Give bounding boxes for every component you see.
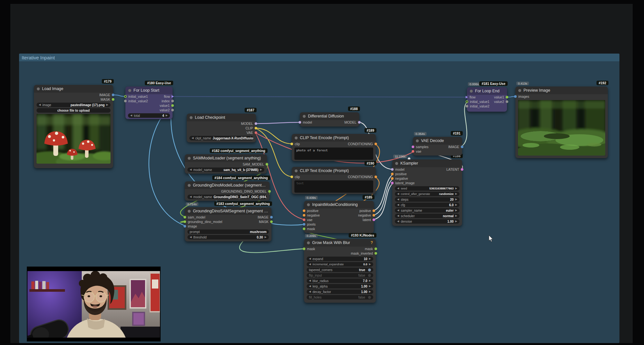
input-port-icon[interactable] [514, 95, 517, 98]
increment-arrow-icon[interactable]: ▶ [369, 263, 371, 266]
output-port-icon[interactable] [255, 131, 257, 134]
output-port-icon[interactable] [171, 104, 174, 107]
output-SAM_MODEL[interactable]: SAM_MODEL [243, 162, 268, 166]
node-title-bar[interactable]: Load Image [34, 85, 113, 93]
output-IMAGE[interactable]: IMAGE [99, 93, 114, 97]
node-title-bar[interactable]: For Loop Start [125, 86, 173, 94]
node-title-bar[interactable]: GroundingDinoSAMSegment (segment anythin… [185, 207, 271, 215]
input-initial_value1[interactable]: initial_value1 [466, 100, 490, 104]
output-MODEL[interactable]: MODEL [344, 120, 361, 124]
output-index[interactable]: index [162, 99, 174, 103]
output-positive[interactable]: positive [359, 209, 375, 213]
input-mask[interactable]: mask [303, 227, 315, 231]
output-port-icon[interactable] [506, 96, 508, 98]
collapse-dot-icon[interactable] [303, 115, 306, 118]
input-port-icon[interactable] [124, 95, 127, 98]
output-VAE[interactable]: VAE [247, 131, 257, 135]
output-port-icon[interactable] [255, 122, 257, 125]
input-port-icon[interactable] [303, 248, 305, 250]
group-header[interactable]: Iterative Inpaint [19, 54, 619, 61]
output-LATENT[interactable]: LATENT [447, 167, 463, 171]
output-port-icon[interactable] [172, 95, 174, 98]
collapse-dot-icon[interactable] [188, 157, 191, 160]
widget-incremental_expandrate[interactable]: ◀incremental_expandrate0.0▶ [307, 262, 373, 267]
output-IMAGE[interactable]: IMAGE [258, 215, 273, 219]
widget-model_name[interactable]: ◀model_nameGroundingDINO_SwinT_OGC (694.… [187, 195, 267, 199]
widget-lerp_alpha[interactable]: ◀lerp_alpha1.00▶ [307, 284, 373, 289]
input-port-icon[interactable] [303, 223, 305, 226]
input-port-icon[interactable] [391, 168, 394, 171]
comfyui-canvas[interactable]: Iterative Inpaint #179Load ImageIMAGEMAS… [0, 0, 644, 345]
output-value2[interactable]: value2 [494, 100, 508, 104]
node-title-bar[interactable]: Preview Image [515, 86, 608, 94]
widget-threshold[interactable]: ◀threshold0.30▶ [187, 235, 269, 239]
increment-arrow-icon[interactable]: ▶ [455, 198, 457, 201]
collapse-dot-icon[interactable] [295, 137, 298, 139]
input-port-icon[interactable] [303, 218, 305, 221]
increment-arrow-icon[interactable]: ▶ [265, 236, 267, 238]
output-port-icon[interactable] [375, 248, 377, 250]
collapse-dot-icon[interactable] [470, 90, 473, 93]
node-grounding-dino-sam-segment[interactable]: 0.724s#183 comfyui_segment_anythingGroun… [185, 207, 271, 241]
increment-arrow-icon[interactable]: ▶ [106, 104, 108, 106]
node-title-bar[interactable]: For Loop End [467, 87, 507, 95]
increment-arrow-icon[interactable]: ▶ [369, 290, 371, 293]
output-port-icon[interactable] [461, 146, 463, 148]
node-title-bar[interactable]: Grow Mask With Blur? [304, 239, 376, 247]
output-MODEL[interactable]: MODEL [241, 122, 257, 126]
node-sam-model-loader[interactable]: #182 comfyui_segment_anythingSAMModelLoa… [185, 154, 267, 174]
decrement-arrow-icon[interactable]: ◀ [190, 168, 192, 171]
input-grounding_dino_model[interactable]: grounding_dino_model [184, 220, 222, 224]
input-vae[interactable]: vae [303, 218, 312, 222]
input-port-icon[interactable] [290, 176, 293, 178]
decrement-arrow-icon[interactable]: ◀ [309, 263, 311, 266]
output-CONDITIONING[interactable]: CONDITIONING [348, 175, 377, 179]
output-port-icon[interactable] [373, 218, 375, 221]
output-IMAGE[interactable]: IMAGE [448, 145, 463, 149]
output-port-icon[interactable] [171, 109, 174, 111]
collapse-dot-icon[interactable] [416, 139, 419, 142]
node-load-checkpoint[interactable]: #187Load CheckpointMODELCLIPVAE◀ckpt_nam… [187, 114, 256, 142]
input-initial_value1[interactable]: initial_value1 [124, 95, 148, 98]
toggle-dot-icon[interactable] [368, 269, 371, 271]
toggle-dot-icon[interactable] [368, 296, 371, 299]
input-port-icon[interactable] [412, 150, 414, 153]
collapse-dot-icon[interactable] [307, 203, 310, 206]
output-port-icon[interactable] [373, 214, 375, 217]
input-port-icon[interactable] [184, 225, 186, 228]
node-grow-mask-with-blur[interactable]: 0.209s#193 KJNodesGrow Mask With Blur?ma… [304, 239, 376, 303]
widget-seed[interactable]: ◀seed536316388677663▶ [395, 186, 459, 191]
input-sam_model[interactable]: sam_model [184, 215, 205, 219]
decrement-arrow-icon[interactable]: ◀ [39, 104, 41, 106]
output-value1[interactable]: value1 [160, 104, 174, 107]
output-value1[interactable]: value1 [494, 95, 508, 99]
node-title-bar[interactable]: KSampler [392, 159, 462, 167]
increment-arrow-icon[interactable]: ▶ [455, 193, 457, 195]
input-samples[interactable]: samples [412, 145, 428, 149]
input-negative[interactable]: negative [303, 213, 320, 217]
decrement-arrow-icon[interactable]: ◀ [130, 114, 132, 117]
widget-steps[interactable]: ◀steps20▶ [395, 197, 459, 202]
input-initial_value2[interactable]: initial_value2 [466, 104, 490, 108]
output-port-icon[interactable] [375, 252, 377, 255]
input-negative[interactable]: negative [391, 177, 408, 180]
increment-arrow-icon[interactable]: ▶ [369, 279, 371, 282]
widget-decay_factor[interactable]: ◀decay_factor1.00▶ [307, 289, 373, 294]
widget-cfg[interactable]: ◀cfg6.0▶ [395, 203, 459, 207]
output-MASK[interactable]: MASK [259, 220, 273, 224]
widget-blur_radius[interactable]: ◀blur_radius7.0▶ [307, 279, 373, 283]
node-grounding-dino-model-loader[interactable]: #184 comfyui_segment_anythingGroundingDi… [185, 181, 269, 201]
widget-expand[interactable]: ◀expand10▶ [307, 257, 373, 261]
input-model[interactable]: model [391, 167, 405, 171]
widget-fill_holes[interactable]: fill_holesfalse [307, 295, 373, 299]
node-for-loop-end[interactable]: 0.006s#181 Easy-UseFor Loop Endflowvalue… [467, 87, 507, 112]
input-port-icon[interactable] [290, 143, 293, 145]
decrement-arrow-icon[interactable]: ◀ [397, 220, 399, 223]
input-vae[interactable]: vae [412, 149, 421, 153]
increment-arrow-icon[interactable]: ▶ [369, 258, 371, 260]
output-port-icon[interactable] [112, 98, 114, 101]
increment-arrow-icon[interactable]: ▶ [455, 215, 457, 217]
input-model[interactable]: model [299, 120, 312, 124]
node-differential-diffusion[interactable]: #188Differential DiffusionmodelMODEL [300, 112, 359, 127]
output-mask_inverted[interactable]: mask_inverted [351, 251, 377, 255]
